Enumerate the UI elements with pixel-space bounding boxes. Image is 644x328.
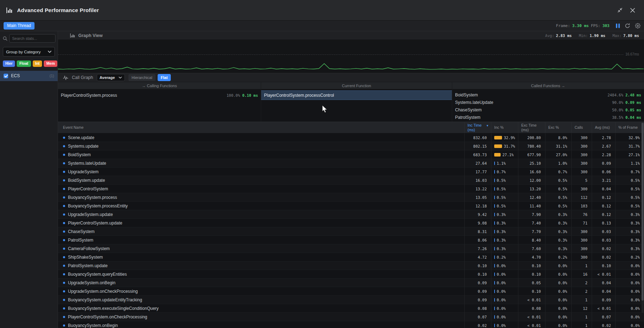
sort-descending-icon: ▼	[486, 124, 489, 127]
table-row[interactable]: BuoyancySystem.processEntity12.180.5%11.…	[58, 202, 644, 210]
table-row[interactable]: UpgradeSystem.onCheckProcessing0.090.0%0…	[58, 287, 644, 296]
called-functions-header: Called Functions →	[452, 82, 644, 89]
column-header-frame-pct[interactable]: % of Frame	[616, 122, 644, 133]
graph-view-icon	[70, 33, 75, 38]
called-function-row[interactable]: PatrolSystem38.5%0.04 ms	[452, 114, 644, 121]
column-header-event-name[interactable]: Event Name	[58, 122, 465, 133]
table-row[interactable]: Scene.update832.6032.9%200.808.0%3002.78…	[58, 133, 644, 142]
table-row[interactable]: UpgradeSystem17.770.7%16.600.7%3000.060.…	[58, 168, 644, 176]
inc-pct-bar	[494, 238, 495, 242]
inc-pct-bar	[494, 153, 501, 157]
filter-chip-int[interactable]: Int	[33, 60, 42, 67]
table-row[interactable]: PlayerControlSystem.onCheckProcessing0.0…	[58, 313, 644, 321]
table-row[interactable]: PlayerControlSystem13.220.5%13.200.5%300…	[58, 185, 644, 193]
table-row[interactable]: BuoyancySystem.executeSingleConditionQue…	[58, 304, 644, 313]
inc-pct-bar	[494, 213, 495, 216]
table-row[interactable]: PatrolSystem8.060.3%8.400.3%3000.030.3%	[58, 236, 644, 244]
inc-pct-bar	[494, 264, 495, 268]
column-header-inc-time[interactable]: Inc Time (ms) ▼	[465, 122, 491, 133]
graph-view-title: Graph View	[78, 33, 103, 38]
fps-label: FPS:	[591, 23, 601, 28]
inc-pct-bar	[494, 230, 495, 233]
event-bullet-icon	[63, 231, 65, 233]
inc-pct-bar	[494, 196, 495, 199]
table-row[interactable]: PlayerControlSystem.update9.080.3%7.400.…	[58, 219, 644, 227]
event-bullet-icon	[63, 145, 65, 147]
current-function-row[interactable]: PlayerControlSystem.processControl	[261, 91, 452, 100]
group-by-value: Group by Category	[6, 50, 41, 54]
ecs-checkbox[interactable]	[4, 74, 8, 78]
event-bullet-icon	[63, 188, 65, 190]
main-thread-button[interactable]: Main Thread	[4, 22, 35, 30]
event-bullet-icon	[63, 248, 65, 250]
frame-value: 3.30 ms	[572, 23, 588, 28]
gear-icon[interactable]	[635, 23, 640, 28]
table-row[interactable]: BoidSystem.update16.030.5%12.000.5%53.21…	[58, 176, 644, 185]
filter-chip-hier[interactable]: Hier	[3, 60, 15, 67]
called-function-row[interactable]: ChaseSystem50.0%0.05 ms	[452, 106, 644, 113]
table-row[interactable]: UpgradeSystem.update9.420.3%7.900.3%760.…	[58, 210, 644, 219]
table-row[interactable]: ShipShakeSystem4.720.2%4.700.2%3000.020.…	[58, 253, 644, 261]
calling-function-row[interactable]: PlayerControlSystem.process 100.0% 0.10 …	[58, 91, 261, 100]
filter-chip-float[interactable]: Float	[17, 60, 31, 67]
title-bar: Advanced Performance Profiler	[0, 0, 644, 21]
column-header-inc-pct[interactable]: Inc %	[491, 122, 518, 133]
waveform-icon	[63, 75, 68, 80]
group-by-select[interactable]: Group by Category	[3, 47, 55, 57]
calling-function-pct: 100.0%	[227, 93, 240, 97]
inc-pct-bar	[494, 144, 502, 148]
collapse-window-icon[interactable]	[615, 5, 625, 15]
column-header-avg[interactable]: Avg (ms)	[592, 122, 616, 133]
call-graph-title: Call Graph	[72, 75, 93, 80]
event-bullet-icon	[63, 307, 65, 310]
table-row[interactable]: Systems.update802.1531.7%780.4031.1%3002…	[58, 142, 644, 150]
inc-pct-bar	[494, 290, 495, 293]
calling-functions-list: PlayerControlSystem.process 100.0% 0.10 …	[58, 89, 261, 122]
table-row[interactable]: BuoyancySystem.process13.050.5%12.400.5%…	[58, 193, 644, 202]
flat-button[interactable]: Flat	[158, 74, 171, 81]
graph-view-header: Graph View Avg:2.83 msMin:1.90 msMax:7.8…	[58, 31, 644, 40]
table-row[interactable]: BoidSystem683.7327.1%677.9027.0%3002.282…	[58, 150, 644, 159]
called-function-row[interactable]: BoidSystem2484.6%2.48 ms	[452, 91, 644, 98]
page-title: Advanced Performance Profiler	[17, 7, 99, 13]
frame-time-graph[interactable]: 16.67ms	[58, 40, 644, 73]
table-row[interactable]: BuoyancySystem.queryEntities0.100.0%0.10…	[58, 270, 644, 279]
current-function-header: Current Function	[261, 82, 452, 89]
hierarchical-button[interactable]: Hierarchical	[128, 74, 155, 81]
table-row[interactable]: Systems.lateUpdate27.641.1%25.101.0%3000…	[58, 159, 644, 168]
call-graph-mode-select[interactable]: Average	[97, 74, 125, 81]
chevron-down-icon	[48, 51, 52, 53]
scrollbar-thumb[interactable]	[642, 123, 644, 301]
search-icon	[3, 36, 7, 41]
event-bullet-icon	[63, 324, 65, 327]
table-row[interactable]: BuoyancySystem.onBegin0.020.0%< 0.010.0%…	[58, 321, 644, 328]
table-row[interactable]: PatrolSystem.update0.100.0%0.100.0%10.10…	[58, 261, 644, 270]
table-row[interactable]: UpgradeSystem.onBegin0.090.0%0.050.0%20.…	[58, 279, 644, 287]
refresh-icon[interactable]	[625, 23, 630, 28]
inc-pct-bar	[494, 255, 495, 259]
table-row[interactable]: BuoyancySystem.updateEntityTracking0.090…	[58, 296, 644, 304]
close-icon[interactable]	[628, 5, 638, 15]
called-function-row[interactable]: Systems.lateUpdate90.0%0.09 ms	[452, 99, 644, 106]
vertical-scrollbar[interactable]	[642, 123, 644, 313]
event-bullet-icon	[63, 154, 65, 156]
column-header-exc-pct[interactable]: Exc %	[545, 122, 572, 133]
event-bullet-icon	[63, 282, 65, 284]
table-row[interactable]: ChaseSystem8.310.3%7.700.3%3000.030.3%	[58, 227, 644, 236]
event-bullet-icon	[63, 239, 65, 241]
sidebar-item-ecs[interactable]: ECS (1)	[0, 71, 58, 81]
column-header-calls[interactable]: Calls	[572, 122, 592, 133]
bar-chart-icon	[6, 7, 13, 14]
thread-toolbar: Main Thread Frame: 3.30 ms FPS: 303	[0, 21, 644, 31]
table-row[interactable]: CameraFollowSystem7.260.3%7.600.3%3000.0…	[58, 244, 644, 253]
inc-pct-bar	[494, 273, 495, 276]
filter-chip-mem[interactable]: Mem	[44, 60, 57, 67]
event-bullet-icon	[63, 205, 65, 207]
search-input[interactable]	[9, 34, 56, 43]
column-header-exc-time[interactable]: Exc Time (ms)	[518, 122, 545, 133]
inc-pct-bar	[494, 315, 495, 319]
inc-pct-bar	[494, 307, 495, 310]
mode-value: Average	[100, 75, 115, 80]
pause-icon[interactable]	[616, 23, 620, 28]
calling-function-time: 0.10 ms	[242, 93, 258, 97]
